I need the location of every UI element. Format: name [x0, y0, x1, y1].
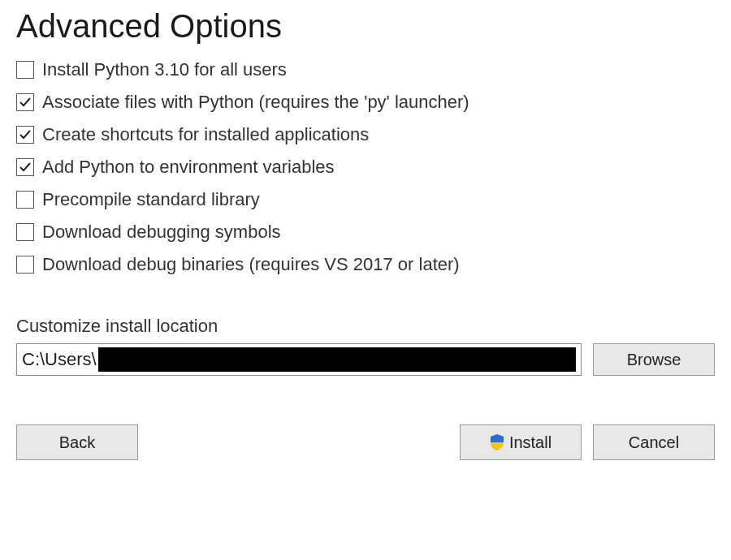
option-label: Add Python to environment variables [42, 157, 335, 178]
checkbox-icon[interactable] [16, 158, 34, 176]
option-associate-files[interactable]: Associate files with Python (requires th… [16, 92, 715, 113]
checkbox-icon[interactable] [16, 256, 34, 274]
install-button-label: Install [509, 433, 551, 452]
footer-buttons: Back Install Cancel [16, 424, 715, 460]
option-label: Download debug binaries (requires VS 201… [42, 254, 460, 275]
option-add-env-vars[interactable]: Add Python to environment variables [16, 157, 715, 178]
option-label: Associate files with Python (requires th… [42, 92, 469, 113]
options-list: Install Python 3.10 for all users Associ… [16, 59, 715, 275]
install-path-input[interactable]: C:\Users\ [16, 343, 582, 376]
option-label: Install Python 3.10 for all users [42, 59, 287, 80]
option-download-debug-symbols[interactable]: Download debugging symbols [16, 222, 715, 243]
install-path-redacted [98, 347, 576, 372]
install-path-prefix: C:\Users\ [22, 349, 97, 370]
option-create-shortcuts[interactable]: Create shortcuts for installed applicati… [16, 124, 715, 145]
install-location-label: Customize install location [16, 316, 715, 337]
checkbox-icon[interactable] [16, 223, 34, 241]
option-label: Create shortcuts for installed applicati… [42, 124, 369, 145]
checkbox-icon[interactable] [16, 93, 34, 111]
shield-icon [490, 434, 504, 450]
option-precompile-stdlib[interactable]: Precompile standard library [16, 189, 715, 210]
back-button[interactable]: Back [16, 424, 138, 460]
checkbox-icon[interactable] [16, 126, 34, 144]
page-title: Advanced Options [16, 8, 715, 45]
option-label: Download debugging symbols [42, 222, 281, 243]
option-download-debug-binaries[interactable]: Download debug binaries (requires VS 201… [16, 254, 715, 275]
cancel-button[interactable]: Cancel [593, 424, 715, 460]
option-install-all-users[interactable]: Install Python 3.10 for all users [16, 59, 715, 80]
option-label: Precompile standard library [42, 189, 260, 210]
browse-button[interactable]: Browse [593, 343, 715, 376]
install-location-row: C:\Users\ Browse [16, 343, 715, 376]
checkbox-icon[interactable] [16, 191, 34, 209]
install-button[interactable]: Install [460, 424, 582, 460]
checkbox-icon[interactable] [16, 61, 34, 79]
